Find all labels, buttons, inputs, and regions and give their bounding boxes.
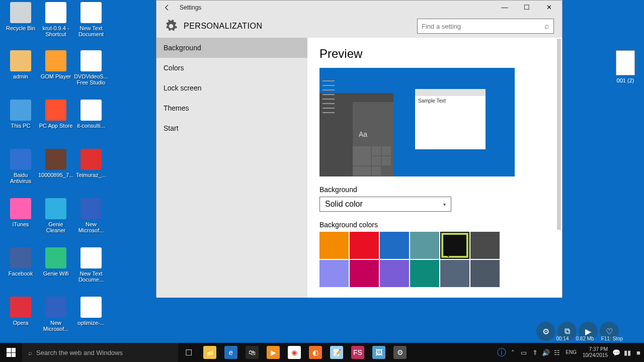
desktop-icon[interactable]: New Microsof... xyxy=(38,297,73,332)
app-icon xyxy=(10,149,31,170)
chrome-icon[interactable]: ◉ xyxy=(284,343,305,362)
preview-heading: Preview xyxy=(319,47,550,61)
battery-icon[interactable]: ▭ xyxy=(518,349,529,356)
desktop-icon-label: Teimuraz_... xyxy=(73,172,109,178)
desktop-icon[interactable]: Teimuraz_... xyxy=(73,149,109,178)
sidebar-item-background[interactable]: Background xyxy=(156,38,307,58)
settings-taskbar-icon[interactable]: ⚙ xyxy=(389,343,411,362)
color-swatch[interactable] xyxy=(440,260,469,287)
search-box[interactable]: ⌕ xyxy=(417,19,554,34)
lang-indicator[interactable]: ENG xyxy=(562,349,580,355)
color-swatch[interactable] xyxy=(319,232,349,259)
scrollbar[interactable] xyxy=(557,39,561,230)
desktop-icon[interactable]: GOM Player xyxy=(38,50,73,79)
app-icon xyxy=(80,2,102,23)
app-icon xyxy=(10,100,31,121)
preview-sample-window: Sample Text xyxy=(415,89,486,149)
start-button[interactable] xyxy=(0,343,22,362)
desktop-icon-label: New Text Document xyxy=(73,25,109,37)
sidebar-item-start[interactable]: Start xyxy=(156,118,307,138)
desktop-icon-label: PC App Store xyxy=(38,123,73,129)
desktop-icon-label: Genie Wifi xyxy=(38,270,73,277)
photos-icon[interactable]: 🖼 xyxy=(368,343,389,362)
color-swatch[interactable] xyxy=(470,260,500,287)
desktop-icon[interactable]: optimize-... xyxy=(73,297,109,326)
background-colors-label: Background colors xyxy=(319,221,550,229)
app-icon xyxy=(10,198,31,219)
app-icon xyxy=(10,297,31,318)
desktop-icon[interactable]: Genie Wifi xyxy=(38,247,73,277)
app-icon xyxy=(10,247,31,268)
desktop-icon[interactable]: admin xyxy=(3,50,38,79)
desktop-icon-label: This PC xyxy=(3,123,38,129)
taskbar-search-placeholder: Search the web and Windows xyxy=(36,349,123,356)
color-swatch[interactable] xyxy=(350,260,379,287)
pause-icon[interactable]: ▮▮ xyxy=(622,349,633,356)
desktop-icon[interactable]: Recycle Bin xyxy=(3,2,38,31)
tray-chevron-up-icon[interactable]: ˄ xyxy=(507,349,518,356)
desktop-icon[interactable]: it-consulti... xyxy=(73,100,109,129)
desktop-icon-label: Facebook xyxy=(3,270,38,277)
desktop-icon[interactable]: New Text Docume... xyxy=(73,247,109,283)
color-swatch[interactable] xyxy=(470,232,500,259)
windows-icon xyxy=(7,348,16,357)
search-input[interactable] xyxy=(422,23,544,30)
color-swatch[interactable] xyxy=(380,232,409,259)
desktop-icon-label: admin xyxy=(3,73,38,79)
app-icon xyxy=(80,297,102,318)
dropdown-value: Solid color xyxy=(325,200,363,209)
notepad-icon[interactable]: 📝 xyxy=(326,343,347,362)
notifications-icon[interactable]: 💬 xyxy=(611,349,622,356)
desktop-icon[interactable]: PC App Store xyxy=(38,100,73,129)
maximize-button[interactable]: ☐ xyxy=(516,1,538,15)
desktop-icon[interactable]: iTunes xyxy=(3,198,38,227)
clock[interactable]: 7:37 PM 10/24/2015 xyxy=(580,346,611,358)
window-title: Settings xyxy=(180,4,201,11)
desktop-icon[interactable]: 10000895_7... xyxy=(38,149,73,178)
color-swatch[interactable] xyxy=(410,260,439,287)
edge-icon[interactable]: e xyxy=(220,343,242,362)
desktop-icon-doc[interactable]: 001 (2) xyxy=(608,50,643,83)
desktop-icon[interactable]: New Text Document xyxy=(73,2,109,37)
fs-icon[interactable]: FS xyxy=(347,343,368,362)
color-swatch[interactable] xyxy=(380,260,409,287)
desktop-icon[interactable]: This PC xyxy=(3,100,38,129)
task-view-icon[interactable]: ☐ xyxy=(178,343,199,362)
color-swatch[interactable] xyxy=(410,232,439,259)
chevron-down-icon: ▾ xyxy=(443,202,446,207)
desktop-icon[interactable]: DVDVideoS... Free Studio xyxy=(73,50,109,85)
stop-icon[interactable]: ■ xyxy=(633,349,644,356)
video-icon[interactable]: ▶ xyxy=(263,343,284,362)
firefox-icon[interactable]: ◐ xyxy=(305,343,326,362)
background-dropdown[interactable]: Solid color ▾ xyxy=(319,197,451,212)
color-swatch[interactable] xyxy=(319,260,349,287)
desktop-icon[interactable]: New Microsof... xyxy=(73,198,109,233)
help-icon[interactable]: ⓘ xyxy=(496,346,507,358)
store-icon[interactable]: 🛍 xyxy=(242,343,263,362)
app-icon xyxy=(10,2,31,23)
desktop-icon[interactable]: krut-0.9.4 - Shortcut xyxy=(38,2,73,37)
close-button[interactable]: ✕ xyxy=(538,1,560,15)
sidebar-item-colors[interactable]: Colors xyxy=(156,58,307,78)
minimize-button[interactable]: — xyxy=(494,1,516,15)
desktop-icon-label: 001 (2) xyxy=(617,77,634,83)
file-explorer-icon[interactable]: 📁 xyxy=(199,343,220,362)
wifi-icon[interactable]: ⇑ xyxy=(529,349,540,356)
desktop-icon[interactable]: Baidu Antivirus xyxy=(3,149,38,184)
desktop-icon[interactable]: Opera xyxy=(3,297,38,326)
color-swatch[interactable] xyxy=(440,232,469,259)
desktop-icon[interactable]: Genie Cleaner xyxy=(38,198,73,233)
network-icon[interactable]: ☷ xyxy=(551,349,562,356)
desktop-icon-label: it-consulti... xyxy=(73,123,109,129)
header-row: PERSONALIZATION ⌕ xyxy=(156,15,562,38)
desktop-icon-label: optimize-... xyxy=(73,320,109,326)
back-button[interactable] xyxy=(158,1,176,15)
desktop-icon[interactable]: Facebook xyxy=(3,247,38,277)
taskbar-search[interactable]: ⌕ Search the web and Windows xyxy=(22,343,178,362)
volume-icon[interactable]: 🔊 xyxy=(540,349,551,356)
sidebar-item-themes[interactable]: Themes xyxy=(156,98,307,118)
sidebar-item-lockscreen[interactable]: Lock screen xyxy=(156,78,307,98)
desktop-icon-label: krut-0.9.4 - Shortcut xyxy=(38,25,73,37)
recorder-settings-icon[interactable]: ⚙ xyxy=(536,322,555,341)
color-swatch[interactable] xyxy=(350,232,379,259)
